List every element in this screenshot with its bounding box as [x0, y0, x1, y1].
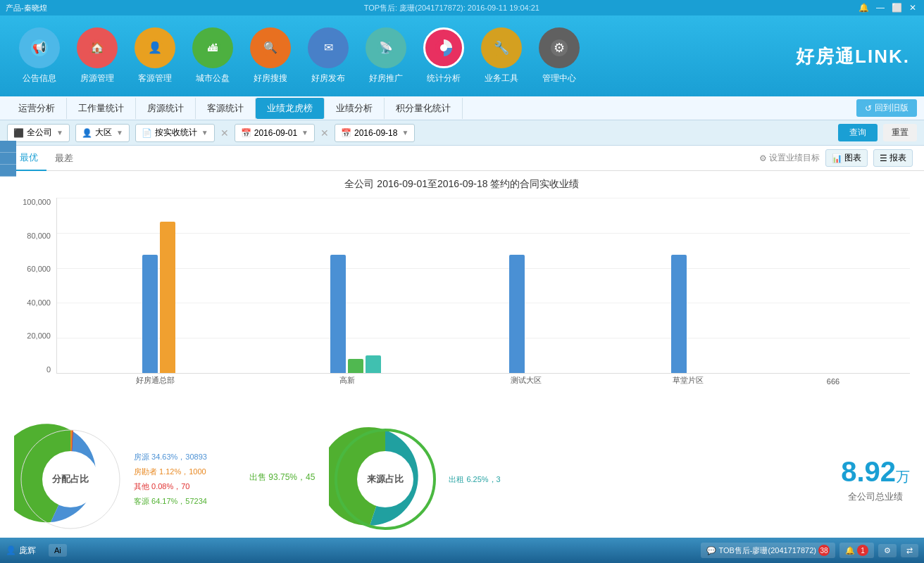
date-to-filter[interactable]: 📅 2016-09-18 ▼: [335, 124, 415, 142]
subnav-operations[interactable]: 运营分析: [7, 98, 67, 119]
legend-sell-text: 出售 93.75%，45: [249, 472, 315, 483]
left-legend: 房源 34.63%，30893 房勘者 1.12%，1000 其他 0.08%，…: [134, 452, 207, 507]
subnav-performance[interactable]: 业绩分析: [325, 98, 385, 119]
stat-type-filter[interactable]: 📄 按实收统计 ▼: [135, 124, 215, 142]
view-tabs: 最优 最差 ⚙ 设置业绩目标 📊 图表 ☰ 报表: [0, 146, 924, 171]
nav-item-promote[interactable]: 📡 好房推广: [361, 27, 411, 84]
calendar-to-icon: 📅: [341, 128, 351, 138]
tab-worst[interactable]: 最差: [46, 146, 82, 170]
chart-container: 100,000 80,000 60,000 40,000 20,000 0: [14, 198, 910, 395]
grid-40k: [57, 303, 910, 303]
taskbar-right: 💬 TOB售后-廖珊(2041717872) 38 🔔 1 ⚙ ⇄: [701, 543, 918, 558]
region-arrow: ▼: [116, 129, 123, 137]
reset-button[interactable]: 重置: [883, 124, 917, 141]
user-name: 庞辉: [19, 545, 36, 557]
nav-item-announcement[interactable]: 📢 公告信息: [14, 27, 65, 84]
bar-group-hftb: [142, 222, 175, 373]
taskbar-ai[interactable]: Ai: [49, 544, 67, 557]
subnav-right: ↺ 回到旧版: [856, 99, 917, 117]
stat-type-arrow: ▼: [201, 129, 208, 137]
legend-rent-text: 出租 6.25%，3: [449, 474, 500, 485]
transfer-icon: ⇄: [906, 546, 913, 555]
query-button[interactable]: 查询: [838, 124, 878, 141]
total-label: 全公司总业绩: [841, 491, 910, 503]
grid-100k: [57, 198, 910, 198]
date-to-value: 2016-09-18: [354, 128, 397, 138]
nav-item-stats[interactable]: 统计分析: [418, 27, 469, 84]
bar-gaoxin-blue: [330, 255, 346, 373]
legend-other: 其他 0.08%，70: [134, 481, 207, 492]
city-icon: 🏙: [192, 27, 233, 68]
subnav-customer-stats[interactable]: 客源统计: [196, 98, 256, 119]
chart-icon: 📊: [832, 153, 842, 163]
subnav-points[interactable]: 积分量化统计: [385, 98, 463, 119]
manage-icon: ⚙: [539, 27, 580, 68]
minimize-icon[interactable]: —: [874, 3, 887, 13]
table-btn-label: 报表: [889, 152, 906, 164]
left-tab-client[interactable]: 客: [0, 165, 16, 177]
subnav-workload[interactable]: 工作量统计: [67, 98, 136, 119]
table-view-button[interactable]: ☰ 报表: [873, 149, 913, 167]
view-controls: ⚙ 设置业绩目标 📊 图表 ☰ 报表: [759, 149, 913, 167]
company-value: 全公司: [27, 127, 52, 139]
legend-client: 客源 64.17%，57234: [134, 496, 207, 507]
nav-item-house[interactable]: 🏠 房源管理: [72, 27, 123, 84]
x-label-test: 测试大区: [511, 375, 542, 386]
taskbar-notification[interactable]: 🔔 1: [839, 543, 874, 558]
legend-client-text: 客源 64.17%，57234: [134, 496, 207, 507]
company-icon: ⬛: [13, 128, 24, 138]
chart-section: 全公司 2016-09-01至2016-09-18 签约的合同实收业绩 100,…: [0, 171, 924, 402]
nav-item-publish[interactable]: ✉ 好房发布: [303, 27, 354, 84]
close-icon[interactable]: ✕: [907, 3, 918, 13]
taskbar-settings[interactable]: ⚙: [878, 544, 897, 557]
manage-label: 管理中心: [542, 72, 576, 84]
total-number-container: 8.92 万: [841, 456, 910, 488]
nav-item-business[interactable]: 🔧 业务工具: [476, 27, 527, 84]
left-tab-connect[interactable]: 接: [0, 141, 16, 153]
nav-item-manage[interactable]: ⚙ 管理中心: [534, 27, 585, 84]
house-icon: 🏠: [77, 27, 118, 68]
date-from-value: 2016-09-01: [254, 128, 297, 138]
legend-house-text: 房源 34.63%，30893: [134, 452, 207, 462]
subnav-ranking[interactable]: 业绩龙虎榜: [256, 98, 325, 119]
title-bar-controls: 🔔 — ⬜ ✕: [856, 3, 918, 13]
goal-icon: ⚙: [759, 153, 767, 163]
restore-icon[interactable]: ⬜: [889, 3, 904, 13]
legend-house: 房源 34.63%，30893: [134, 452, 207, 462]
svg-text:✉: ✉: [324, 42, 333, 53]
date-from-filter[interactable]: 📅 2016-09-01 ▼: [235, 124, 315, 142]
stat-type-value: 按实收统计: [155, 127, 197, 139]
taskbar-transfer[interactable]: ⇄: [901, 544, 918, 557]
bar-group-caotang: [671, 255, 687, 373]
company-filter[interactable]: ⬛ 全公司 ▼: [7, 124, 70, 142]
svg-text:👤: 👤: [148, 41, 162, 54]
nav-item-city[interactable]: 🏙 城市公盘: [187, 27, 238, 84]
bar-hftb-blue: [142, 255, 158, 373]
goal-label: 设置业绩目标: [769, 152, 820, 164]
x-label-caotang: 草堂片区: [673, 375, 704, 386]
badge-1: 1: [857, 545, 868, 556]
right-donut-label: 来源占比: [367, 473, 404, 486]
goal-button[interactable]: ⚙ 设置业绩目标: [759, 152, 820, 164]
taskbar-tob[interactable]: 💬 TOB售后-廖珊(2041717872) 38: [701, 543, 835, 558]
announcement-icon: 📢: [19, 27, 60, 68]
stat-icon: 📄: [142, 128, 152, 138]
nav-item-search[interactable]: 🔍 好房搜搜: [245, 27, 296, 84]
left-side-tabs: 接 访 客: [0, 141, 16, 177]
chart-title: 全公司 2016-09-01至2016-09-18 签约的合同实收业绩: [14, 178, 910, 191]
y-label-80k: 80,000: [27, 232, 51, 240]
bell-icon[interactable]: 🔔: [856, 3, 871, 13]
tab-best[interactable]: 最优: [11, 146, 46, 171]
top-nav: 📢 公告信息 🏠 房源管理 👤 客源管理 🏙 城市公盘 🔍: [0, 15, 924, 96]
left-tab-visit[interactable]: 访: [0, 153, 16, 165]
back-button[interactable]: ↺ 回到旧版: [856, 99, 917, 117]
chart-view-button[interactable]: 📊 图表: [825, 149, 868, 167]
mid-legend: 出售 93.75%，45: [249, 472, 315, 488]
region-filter[interactable]: 👤 大区 ▼: [75, 124, 130, 142]
nav-item-customer[interactable]: 👤 客源管理: [130, 27, 180, 84]
grid-80k: [57, 233, 910, 234]
business-label: 业务工具: [485, 72, 518, 84]
title-product: 产品-秦晓煌: [6, 3, 47, 13]
user-icon: 👤: [6, 545, 16, 555]
subnav-house-stats[interactable]: 房源统计: [136, 98, 196, 119]
